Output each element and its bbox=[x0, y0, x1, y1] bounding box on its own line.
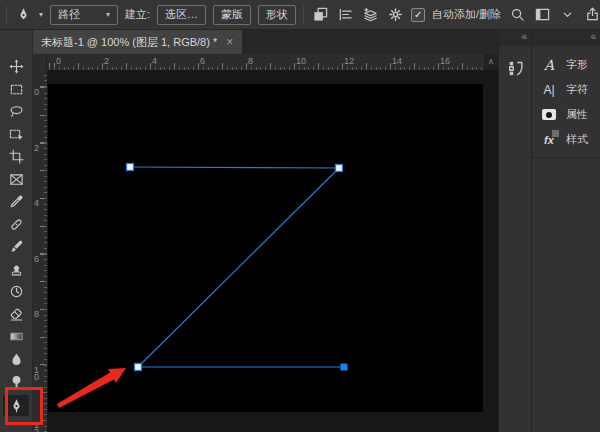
h-ruler-label: 12 bbox=[344, 56, 354, 66]
chevron-down-icon[interactable] bbox=[558, 6, 576, 24]
lasso-icon bbox=[9, 104, 24, 119]
document-tab[interactable]: 未标题-1 @ 100% (图层 1, RGB/8) * × bbox=[32, 30, 242, 54]
v-ruler-label: 2 bbox=[34, 145, 41, 152]
workspace-icon[interactable] bbox=[533, 6, 551, 24]
pen-preset-icon[interactable] bbox=[14, 6, 32, 24]
tool-pen[interactable] bbox=[3, 395, 29, 416]
v-ruler-label: 6 bbox=[34, 256, 41, 263]
separator bbox=[6, 6, 7, 24]
tool-crop[interactable] bbox=[3, 146, 29, 167]
v-ruler-label: 4 bbox=[34, 200, 41, 207]
h-ruler-label: 10 bbox=[296, 56, 306, 66]
blur-icon bbox=[9, 352, 24, 367]
make-selection-button[interactable]: 选区… bbox=[157, 5, 206, 25]
v-ruler-label: 12 bbox=[34, 422, 41, 432]
tool-object-selection[interactable] bbox=[3, 124, 29, 145]
h-ruler-label: 16 bbox=[440, 56, 450, 66]
tab-bar: 未标题-1 @ 100% (图层 1, RGB/8) * × bbox=[32, 30, 498, 54]
panel-tab-label: 属性 bbox=[566, 107, 588, 122]
canvas[interactable] bbox=[48, 84, 483, 412]
eraser-icon bbox=[9, 307, 24, 322]
tool-lasso[interactable] bbox=[3, 101, 29, 122]
auto-add-checkbox[interactable]: ✓ bbox=[411, 8, 425, 22]
tool-brush[interactable] bbox=[3, 236, 29, 257]
tool-marquee[interactable] bbox=[3, 79, 29, 100]
clone-stamp-icon bbox=[9, 262, 24, 277]
panel-tab-label: 字形 bbox=[566, 57, 588, 72]
tool-move[interactable] bbox=[3, 56, 29, 77]
tool-clone-stamp[interactable] bbox=[3, 259, 29, 280]
properties-icon bbox=[540, 106, 558, 123]
h-ruler-label: 4 bbox=[152, 56, 157, 66]
search-icon[interactable] bbox=[508, 6, 526, 24]
chevron-down-icon: ▾ bbox=[106, 11, 110, 19]
character-icon: A| bbox=[540, 81, 558, 98]
panel-tabs-column: « A字形A|字符属性fx样式 bbox=[531, 30, 600, 432]
pen-icon bbox=[9, 398, 24, 413]
glyphs-panel-icon[interactable] bbox=[504, 55, 526, 81]
tool-frame[interactable] bbox=[3, 169, 29, 190]
panel-tab-字符[interactable]: A|字符 bbox=[532, 77, 600, 102]
panel-tab-label: 样式 bbox=[566, 132, 588, 147]
panel-tab-属性[interactable]: 属性 bbox=[532, 102, 600, 127]
tool-gradient[interactable] bbox=[3, 326, 29, 347]
document-tab-title: 未标题-1 @ 100% (图层 1, RGB/8) * bbox=[41, 35, 217, 50]
object-selection-icon bbox=[9, 127, 24, 142]
tool-dodge[interactable] bbox=[3, 371, 29, 392]
collapse-panel-icon[interactable]: « bbox=[499, 30, 531, 46]
panel-divider bbox=[532, 157, 600, 158]
auto-add-label: 自动添加/删除 bbox=[432, 7, 501, 22]
tool-healing-brush[interactable] bbox=[3, 214, 29, 235]
h-ruler-label: 2 bbox=[104, 56, 109, 66]
brush-icon bbox=[9, 239, 24, 254]
h-ruler-label: 6 bbox=[200, 56, 205, 66]
eyedropper-icon bbox=[9, 194, 24, 209]
healing-brush-icon bbox=[9, 217, 24, 232]
frame-icon bbox=[9, 172, 24, 187]
glyphs-icon: A bbox=[540, 56, 558, 73]
separator bbox=[303, 6, 304, 24]
add-layer-icon[interactable] bbox=[361, 6, 379, 24]
panel-tab-label: 字符 bbox=[566, 82, 588, 97]
styles-icon: fx bbox=[540, 131, 558, 148]
close-icon[interactable]: × bbox=[226, 35, 233, 49]
gear-icon[interactable] bbox=[386, 6, 404, 24]
dodge-icon bbox=[9, 374, 24, 389]
collapse-panel-icon[interactable]: « bbox=[532, 30, 600, 46]
tool-eyedropper[interactable] bbox=[3, 191, 29, 212]
document-window: 未标题-1 @ 100% (图层 1, RGB/8) * × 024681012… bbox=[32, 30, 498, 432]
v-ruler-label: 0 bbox=[34, 89, 41, 96]
scrollbar-up-icon[interactable]: ∧ bbox=[484, 54, 498, 70]
history-brush-icon bbox=[9, 284, 24, 299]
v-ruler-label: 10 bbox=[34, 367, 41, 381]
move-icon bbox=[9, 59, 24, 74]
canvas-viewport bbox=[47, 70, 498, 432]
h-ruler-label: 8 bbox=[248, 56, 253, 66]
panel-tab-字形[interactable]: A字形 bbox=[532, 52, 600, 77]
tools-panel bbox=[0, 30, 33, 432]
chevron-down-icon[interactable]: ▾ bbox=[39, 11, 43, 19]
share-icon[interactable] bbox=[583, 6, 600, 24]
path-align-icon[interactable] bbox=[336, 6, 354, 24]
make-mask-button[interactable]: 蒙版 bbox=[213, 5, 251, 25]
horizontal-ruler: 0246810121416 bbox=[47, 54, 484, 70]
path-mode-dropdown[interactable]: 路径 ▾ bbox=[50, 5, 118, 25]
make-label: 建立: bbox=[125, 7, 150, 22]
tool-blur[interactable] bbox=[3, 349, 29, 370]
tool-history-brush[interactable] bbox=[3, 281, 29, 302]
crop-icon bbox=[9, 149, 24, 164]
path-mode-value: 路径 bbox=[58, 7, 80, 22]
v-ruler-label: 8 bbox=[34, 311, 41, 318]
gradient-icon bbox=[9, 329, 24, 344]
panel-icons-column: « bbox=[498, 30, 531, 432]
options-bar: ▾ 路径 ▾ 建立: 选区… 蒙版 形状 ✓ 自动添加/删除 bbox=[0, 0, 600, 30]
marquee-icon bbox=[9, 82, 24, 97]
h-ruler-label: 14 bbox=[392, 56, 402, 66]
h-ruler-label: 0 bbox=[56, 56, 61, 66]
vertical-ruler: 024681012 bbox=[32, 70, 47, 432]
path-operations-icon[interactable] bbox=[311, 6, 329, 24]
ruler-corner bbox=[32, 54, 47, 70]
make-shape-button[interactable]: 形状 bbox=[258, 5, 296, 25]
panel-tab-样式[interactable]: fx样式 bbox=[532, 127, 600, 152]
tool-eraser[interactable] bbox=[3, 304, 29, 325]
